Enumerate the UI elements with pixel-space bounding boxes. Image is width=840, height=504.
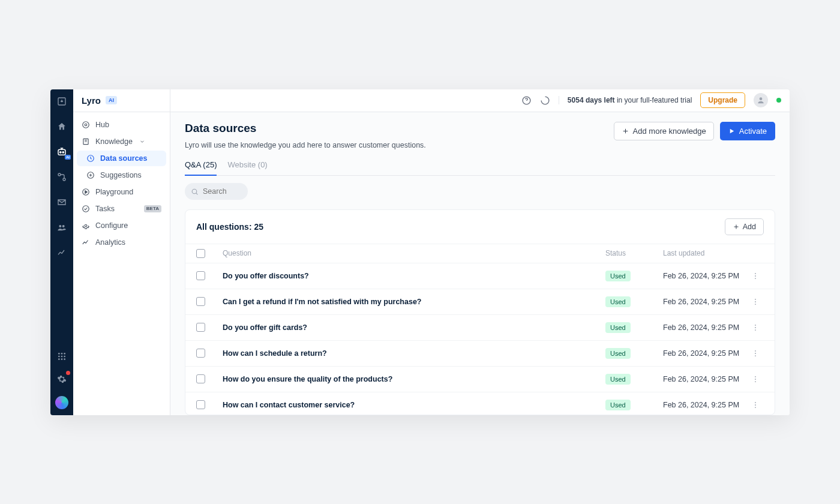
- row-checkbox[interactable]: [196, 400, 205, 409]
- row-checkbox[interactable]: [196, 349, 205, 358]
- nav-hub[interactable]: Hub: [77, 117, 166, 133]
- select-all-checkbox[interactable]: [196, 249, 205, 258]
- svg-point-34: [755, 324, 756, 325]
- status-badge: Used: [605, 374, 631, 385]
- nav-data-sources[interactable]: Data sources: [77, 151, 166, 166]
- table-row[interactable]: How can I contact customer service? Used…: [185, 392, 775, 415]
- add-knowledge-button[interactable]: Add more knowledge: [614, 122, 714, 140]
- rail-inbox-icon[interactable]: [56, 95, 68, 107]
- svg-point-41: [755, 379, 756, 380]
- row-question: Do you offer gift cards?: [223, 323, 605, 332]
- nav-configure[interactable]: Configure: [77, 218, 166, 233]
- row-checkbox[interactable]: [196, 297, 205, 306]
- svg-point-24: [85, 224, 87, 227]
- table-row[interactable]: Can I get a refund if I'm not satisfied …: [185, 289, 775, 315]
- help-icon[interactable]: [521, 95, 532, 106]
- svg-point-16: [64, 358, 65, 360]
- svg-point-26: [760, 97, 763, 100]
- rail-bot-icon[interactable]: AI: [56, 146, 68, 158]
- row-checkbox[interactable]: [196, 323, 205, 332]
- more-icon[interactable]: [751, 323, 760, 332]
- upgrade-button[interactable]: Upgrade: [700, 92, 745, 108]
- loading-icon[interactable]: [540, 95, 550, 106]
- nav-knowledge[interactable]: Knowledge: [77, 134, 166, 149]
- nav-analytics-label: Analytics: [95, 238, 125, 247]
- svg-point-18: [85, 124, 87, 126]
- svg-point-42: [755, 381, 756, 382]
- nav-data-sources-label: Data sources: [100, 154, 148, 163]
- nav-playground-label: Playground: [95, 188, 133, 196]
- nav-tasks[interactable]: TasksBETA: [77, 201, 166, 217]
- activate-button[interactable]: Activate: [720, 122, 775, 140]
- col-status: Status: [605, 249, 663, 257]
- row-question: Do you offer discounts?: [223, 272, 605, 280]
- secondary-nav: Lyro AI Hub Knowledge Data sources Sugge…: [73, 89, 170, 415]
- svg-point-43: [755, 401, 756, 403]
- more-icon[interactable]: [751, 401, 760, 409]
- svg-point-9: [61, 353, 63, 355]
- row-date: Feb 26, 2024, 9:25 PM: [663, 323, 747, 332]
- user-avatar[interactable]: [754, 93, 768, 107]
- svg-point-3: [62, 151, 64, 152]
- tab-qa[interactable]: Q&A (25): [185, 160, 217, 176]
- svg-point-11: [58, 355, 60, 357]
- row-question: Can I get a refund if I'm not satisfied …: [223, 298, 605, 306]
- col-updated: Last updated: [663, 249, 747, 257]
- svg-point-7: [62, 225, 65, 227]
- page-title: Data sources: [185, 122, 426, 135]
- rail-profile-avatar[interactable]: [55, 396, 68, 409]
- more-icon[interactable]: [751, 298, 760, 306]
- ai-badge: AI: [106, 96, 117, 104]
- rail-contacts-icon[interactable]: [56, 221, 68, 233]
- brand-bar: Lyro AI: [73, 89, 170, 112]
- status-badge: Used: [605, 348, 631, 359]
- tab-website[interactable]: Website (0): [227, 160, 267, 175]
- table-row[interactable]: Do you offer gift cards? Used Feb 26, 20…: [185, 315, 775, 341]
- svg-point-12: [61, 355, 63, 357]
- svg-point-35: [755, 327, 756, 328]
- svg-point-5: [63, 178, 65, 181]
- svg-point-6: [59, 225, 61, 227]
- svg-point-32: [755, 301, 756, 302]
- svg-point-13: [64, 355, 65, 357]
- table-row[interactable]: Do you offer discounts? Used Feb 26, 202…: [185, 263, 775, 289]
- svg-point-39: [755, 355, 756, 356]
- questions-card: All questions: 25 Add Question Status La…: [185, 209, 775, 415]
- status-badge: Used: [605, 271, 631, 281]
- rail-flows-icon[interactable]: [56, 171, 68, 183]
- more-icon[interactable]: [751, 375, 760, 383]
- card-title: All questions: 25: [196, 222, 263, 232]
- nav-playground[interactable]: Playground: [77, 184, 166, 200]
- table-header: Question Status Last updated: [185, 244, 775, 263]
- svg-point-10: [64, 353, 65, 355]
- svg-point-45: [755, 407, 756, 408]
- rail-home-icon[interactable]: [56, 121, 68, 133]
- beta-badge: BETA: [144, 205, 161, 212]
- svg-point-31: [755, 298, 756, 299]
- more-icon[interactable]: [751, 272, 760, 280]
- table-row[interactable]: How can I schedule a return? Used Feb 26…: [185, 341, 775, 367]
- table-row[interactable]: How do you ensure the quality of the pro…: [185, 367, 775, 392]
- svg-point-37: [755, 350, 756, 351]
- notification-dot: [66, 371, 70, 375]
- svg-point-14: [58, 358, 60, 360]
- svg-point-23: [83, 205, 89, 212]
- more-icon[interactable]: [751, 349, 760, 358]
- nav-suggestions[interactable]: Suggestions: [77, 167, 166, 183]
- rail-settings-icon[interactable]: [56, 373, 68, 385]
- svg-point-2: [60, 151, 61, 152]
- row-checkbox[interactable]: [196, 374, 205, 383]
- svg-rect-1: [58, 149, 65, 155]
- col-question: Question: [223, 249, 605, 257]
- nav-analytics[interactable]: Analytics: [77, 235, 166, 250]
- nav-tasks-label: Tasks: [95, 205, 115, 213]
- svg-point-40: [755, 376, 756, 377]
- svg-point-17: [83, 121, 89, 128]
- rail-mail-icon[interactable]: [56, 196, 68, 208]
- row-date: Feb 26, 2024, 9:25 PM: [663, 298, 747, 306]
- row-checkbox[interactable]: [196, 271, 205, 280]
- add-question-button[interactable]: Add: [725, 218, 764, 235]
- rail-apps-icon[interactable]: [56, 350, 68, 362]
- rail-analytics-icon[interactable]: [56, 247, 68, 259]
- app-window: AI Lyro AI Hub Knowledge Data sources Su…: [50, 89, 790, 415]
